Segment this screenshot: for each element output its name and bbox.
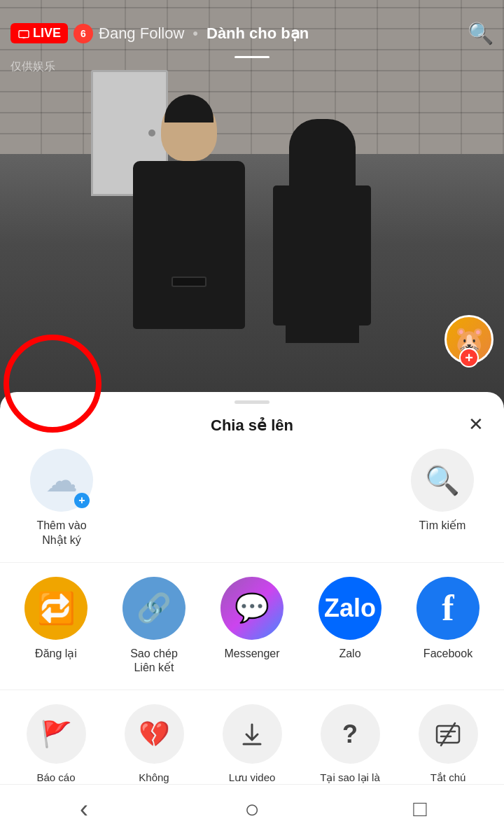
add-diary-label: Thêm vàoNhật ký (36, 519, 86, 548)
male-body (133, 161, 245, 329)
facebook-button[interactable]: f Facebook (399, 577, 497, 662)
dangLai-button[interactable]: 🔁 Đăng lại (7, 577, 105, 662)
share-first-row: ☁ + Thêm vàoNhật ký 🔍 Tìm kiếm (0, 445, 504, 563)
for-you-tab[interactable]: Dành cho bạn (206, 24, 309, 43)
close-button[interactable]: ✕ (463, 412, 489, 438)
notification-badge[interactable]: 6 (74, 24, 93, 43)
facebook-label: Facebook (424, 647, 472, 662)
zalo-button[interactable]: Zalo Zalo (301, 577, 399, 662)
tab-indicator (234, 56, 270, 58)
zalo-icon: Zalo (318, 577, 382, 640)
baoCao-button[interactable]: 🚩 Báo cáo (7, 704, 105, 785)
tv-icon (18, 29, 30, 38)
taiSao-icon: ? (321, 704, 380, 764)
messenger-chat-icon: 💬 (234, 592, 270, 624)
live-badge: LIVE (10, 23, 68, 43)
messenger-icon: 💬 (220, 577, 284, 640)
video-background (0, 0, 504, 406)
search-label: Tìm kiếm (419, 519, 466, 533)
follow-plus-badge[interactable]: + (459, 348, 479, 368)
caption-off-icon (434, 720, 462, 748)
recent-apps-button[interactable]: □ (336, 785, 504, 833)
cloud-icon: ☁ (46, 461, 78, 499)
download-icon (239, 722, 265, 747)
tatChuThich-icon (419, 704, 478, 764)
question-icon: ? (342, 720, 358, 749)
search-icon-circle: 🔍 (411, 449, 474, 512)
saoChep-button[interactable]: 🔗 Sao chépLiên kết (105, 577, 203, 676)
home-button[interactable]: ○ (168, 785, 336, 833)
facebook-icon: f (416, 577, 479, 640)
broken-heart-icon: 💔 (139, 720, 170, 749)
baoCao-icon: 🚩 (27, 704, 86, 764)
male-glasses (172, 276, 206, 287)
female-head (296, 126, 349, 186)
tab-container: Đang Follow • Dành cho bạn (99, 24, 468, 43)
search-button[interactable]: 🔍 Tìm kiếm (395, 449, 490, 533)
luuVideo-button[interactable]: Lưu video (203, 704, 301, 785)
dangLai-label: Đăng lại (35, 647, 77, 662)
search-icon-top[interactable]: 🔍 (468, 21, 493, 46)
zalo-letter: Zalo (324, 594, 376, 623)
facebook-letter: f (442, 590, 454, 626)
live-label: LIVE (33, 26, 61, 41)
app-row: 🔁 Đăng lại 🔗 Sao chépLiên kết 💬 Messenge… (0, 563, 504, 691)
side-avatar[interactable]: 🐹 + (444, 315, 493, 364)
repost-icon: 🔁 (37, 590, 76, 626)
sheet-title: Chia sẻ lên (211, 416, 293, 435)
add-diary-icon-circle: ☁ + (30, 449, 93, 512)
male-head (161, 98, 217, 161)
luuVideo-label: Lưu video (229, 771, 276, 785)
saoChep-label: Sao chépLiên kết (130, 647, 178, 676)
bottom-nav: ‹ ○ □ (0, 784, 504, 840)
dangLai-icon: 🔁 (24, 577, 88, 640)
bottom-sheet: Chia sẻ lên ✕ ☁ + Thêm vàoNhật ký 🔍 Tìm … (0, 392, 504, 840)
svg-rect-0 (19, 30, 29, 37)
luuVideo-icon (223, 704, 282, 764)
male-figure (126, 98, 252, 392)
female-hair-long (286, 189, 359, 343)
watermark: 仅供娱乐 (10, 59, 55, 74)
link-icon: 🔗 (136, 592, 172, 624)
action-row: 🚩 Báo cáo 💔 Khôngquan tâm Lưu video (0, 690, 504, 798)
figures (0, 56, 504, 392)
baoCao-label: Báo cáo (36, 771, 75, 785)
zalo-label: Zalo (339, 647, 360, 662)
saoChep-icon: 🔗 (122, 577, 186, 640)
female-hair (289, 119, 356, 203)
tiny-plus-icon: + (74, 493, 90, 508)
sheet-header: Chia sẻ lên ✕ (0, 404, 504, 445)
male-hair (164, 94, 214, 122)
back-button[interactable]: ‹ (0, 785, 168, 833)
female-figure (266, 126, 378, 392)
messenger-button[interactable]: 💬 Messenger (203, 577, 301, 662)
flag-icon: 🚩 (41, 720, 72, 749)
search-icon: 🔍 (425, 464, 460, 497)
messenger-label: Messenger (224, 647, 279, 662)
following-tab[interactable]: Đang Follow (99, 24, 184, 43)
top-bar: LIVE 6 Đang Follow • Dành cho bạn 🔍 (0, 0, 504, 56)
khongQuanTam-icon: 💔 (125, 704, 184, 764)
add-diary-button[interactable]: ☁ + Thêm vàoNhật ký (14, 449, 109, 548)
